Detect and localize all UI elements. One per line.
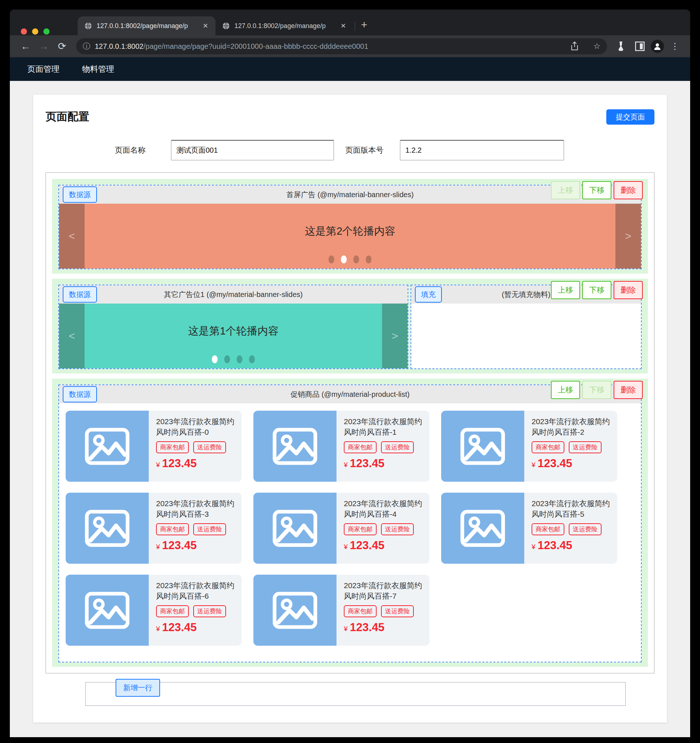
nav-item-page-manage[interactable]: 页面管理 <box>27 64 59 75</box>
nav-item-material-manage[interactable]: 物料管理 <box>82 64 114 75</box>
module-title: 首屏广告 (@my/material-banner-slides) <box>286 190 414 200</box>
carousel-dot[interactable] <box>224 355 230 363</box>
tag-shipping-insurance: 送运费险 <box>381 441 414 453</box>
picture-icon <box>273 510 317 547</box>
product-image-placeholder <box>66 493 149 564</box>
url-host: 127.0.0.1:8002 <box>95 42 143 50</box>
product-info: 2023年流行款衣服简约风时尚风百搭-6 商家包邮 送运费险 ¥123.45 <box>149 575 242 646</box>
tab-close-icon[interactable]: ✕ <box>339 22 347 30</box>
move-down-button[interactable]: 下移 <box>582 281 611 299</box>
product-image-placeholder <box>254 411 337 482</box>
tab-close-icon[interactable]: ✕ <box>201 22 210 30</box>
card-header: 页面配置 提交页面 <box>46 109 654 124</box>
side-panel-icon[interactable] <box>632 38 648 54</box>
carousel-dots <box>59 355 408 363</box>
product-info: 2023年流行款衣服简约风时尚风百搭-2 商家包邮 送运费险 ¥123.45 <box>524 411 617 482</box>
datasource-button[interactable]: 数据源 <box>63 286 97 303</box>
datasource-button[interactable]: 数据源 <box>63 386 97 403</box>
product-card: 2023年流行款衣服简约风时尚风百搭-2 商家包邮 送运费险 ¥123.45 <box>441 411 617 482</box>
page-title: 页面配置 <box>46 109 89 124</box>
reload-icon[interactable]: ⟳ <box>53 40 70 52</box>
product-price: ¥123.45 <box>344 621 424 634</box>
product-tags: 商家包邮 送运费险 <box>156 605 237 617</box>
banner-module: 数据源 其它广告位1 (@my/material-banner-slides) … <box>58 284 408 369</box>
picture-icon <box>460 510 505 547</box>
product-info: 2023年流行款衣服简约风时尚风百搭-3 商家包邮 送运费险 ¥123.45 <box>149 493 242 564</box>
product-tags: 商家包邮 送运费险 <box>344 441 424 453</box>
extension-flask-icon[interactable] <box>613 38 629 54</box>
delete-button[interactable]: 删除 <box>614 381 643 399</box>
maximize-window-button[interactable] <box>43 28 50 35</box>
currency-symbol: ¥ <box>156 625 160 633</box>
carousel-dot[interactable] <box>237 355 242 363</box>
product-price: ¥123.45 <box>156 539 237 552</box>
product-card: 2023年流行款衣服简约风时尚风百搭-1 商家包邮 送运费险 ¥123.45 <box>254 411 430 482</box>
product-info: 2023年流行款衣服简约风时尚风百搭-0 商家包邮 送运费险 ¥123.45 <box>149 411 242 482</box>
forward-icon[interactable]: → <box>36 41 52 52</box>
back-icon[interactable]: ← <box>17 41 34 52</box>
tag-shipping-insurance: 送运费险 <box>193 441 226 453</box>
currency-symbol: ¥ <box>532 543 535 551</box>
carousel-dot[interactable] <box>366 255 372 263</box>
currency-symbol: ¥ <box>532 461 535 469</box>
move-up-button[interactable]: 上移 <box>551 281 580 299</box>
address-bar[interactable]: ⓘ 127.0.0.1:8002/page/manage/page?uuid=2… <box>76 38 607 54</box>
carousel-dot[interactable] <box>353 255 359 263</box>
price-value: 123.45 <box>162 621 197 634</box>
profile-avatar[interactable] <box>651 40 664 53</box>
module-title: 其它广告位1 (@my/material-banner-slides) <box>164 290 303 299</box>
price-value: 123.45 <box>162 539 197 552</box>
tab-1[interactable]: 127.0.0.1:8002/page/manage/p ✕ <box>78 16 215 36</box>
tab-title: 127.0.0.1:8002/page/manage/p <box>96 22 197 30</box>
module-title: 促销商品 (@my/material-product-list) <box>290 389 409 400</box>
product-tags: 商家包邮 送运费险 <box>344 523 424 535</box>
picture-icon <box>273 428 317 465</box>
product-title: 2023年流行款衣服简约风时尚风百搭-3 <box>156 499 237 520</box>
close-window-button[interactable] <box>21 28 27 35</box>
add-row-button[interactable]: 新增一行 <box>116 679 160 697</box>
carousel-dot[interactable] <box>328 255 334 263</box>
move-up-button[interactable]: 上移 <box>551 381 580 399</box>
move-down-button[interactable]: 下移 <box>582 181 611 199</box>
row-banner-1: 上移 下移 删除 数据源 首屏广告 (@my/material-banner-s… <box>52 179 648 274</box>
submit-page-button[interactable]: 提交页面 <box>606 109 654 124</box>
tag-free-shipping: 商家包邮 <box>156 605 189 617</box>
page-version-input[interactable] <box>400 140 564 160</box>
datasource-button[interactable]: 数据源 <box>63 186 97 203</box>
tab-separator <box>355 22 355 31</box>
menu-dots-icon[interactable]: ⋮ <box>667 38 683 54</box>
product-card: 2023年流行款衣服简约风时尚风百搭-5 商家包邮 送运费险 ¥123.45 <box>441 493 617 564</box>
tag-free-shipping: 商家包邮 <box>156 441 189 453</box>
product-tags: 商家包邮 送运费险 <box>532 523 612 535</box>
product-image-placeholder <box>254 575 337 646</box>
page-name-input[interactable] <box>171 140 334 160</box>
product-tags: 商家包邮 送运费险 <box>156 441 237 453</box>
currency-symbol: ¥ <box>156 543 160 551</box>
delete-button[interactable]: 删除 <box>614 281 643 299</box>
bookmark-star-icon[interactable]: ☆ <box>590 41 604 51</box>
product-image-placeholder <box>66 575 149 646</box>
carousel-dot-active[interactable] <box>212 355 218 363</box>
product-price: ¥123.45 <box>532 539 612 552</box>
site-info-icon[interactable]: ⓘ <box>83 41 90 51</box>
tab-2[interactable]: 127.0.0.1:8002/page/manage/p ✕ <box>215 16 353 36</box>
carousel-dot[interactable] <box>249 355 255 363</box>
carousel-dot-active[interactable] <box>341 255 347 263</box>
move-down-button[interactable]: 下移 <box>582 381 611 399</box>
page-config-card: 页面配置 提交页面 页面名称 页面版本号 上移 下移 删除 <box>33 95 667 722</box>
delete-button[interactable]: 删除 <box>614 181 643 199</box>
browser-toolbar: ← → ⟳ ⓘ 127.0.0.1:8002/page/manage/page?… <box>10 36 690 57</box>
row-actions: 上移 下移 删除 <box>551 281 643 299</box>
product-info: 2023年流行款衣服简约风时尚风百搭-7 商家包邮 送运费险 ¥123.45 <box>337 575 430 646</box>
new-tab-button[interactable]: + <box>359 19 372 36</box>
tag-free-shipping: 商家包邮 <box>344 605 377 617</box>
fill-button[interactable]: 填充 <box>415 286 442 303</box>
price-value: 123.45 <box>538 539 572 552</box>
minimize-window-button[interactable] <box>32 28 38 35</box>
banner-carousel: < 这是第2个轮播内容 > <box>59 204 641 269</box>
share-icon[interactable] <box>571 41 585 51</box>
move-up-button[interactable]: 上移 <box>551 181 580 199</box>
tab-title: 127.0.0.1:8002/page/manage/p <box>234 22 335 30</box>
currency-symbol: ¥ <box>344 543 348 551</box>
tag-shipping-insurance: 送运费险 <box>193 605 226 617</box>
